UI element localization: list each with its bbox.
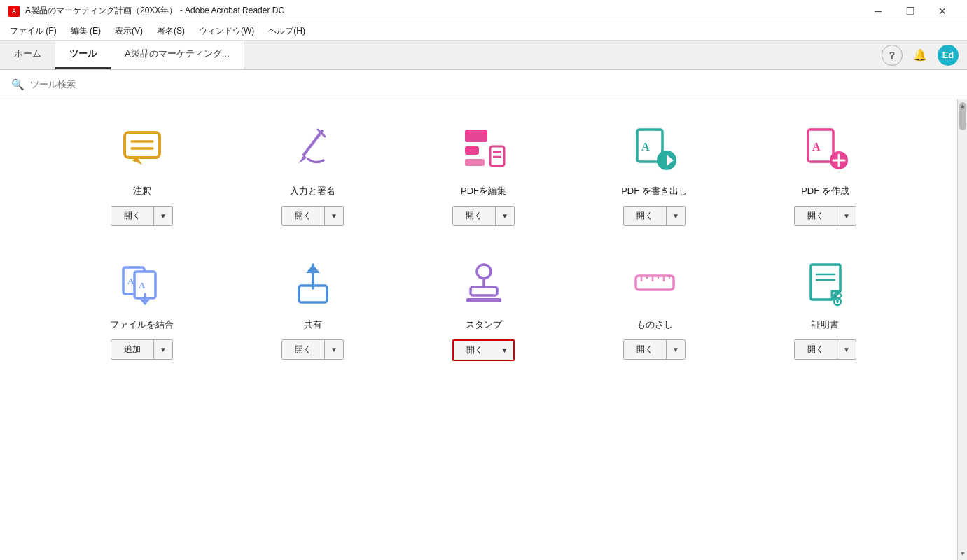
tool-button-row-edit-pdf: 開く ▼ — [452, 206, 515, 226]
tool-label-ruler: ものさし — [636, 318, 673, 331]
close-button[interactable]: ✕ — [926, 0, 959, 22]
tool-open-cert[interactable]: 開く — [795, 340, 837, 359]
tool-card-ruler: ものさし 開く ▼ — [576, 254, 733, 361]
tool-button-row-export-pdf: 開く ▼ — [623, 206, 686, 226]
tool-dropdown-edit-pdf[interactable]: ▼ — [496, 206, 514, 225]
tool-button-row-stamp: 開く ▼ — [452, 340, 515, 361]
tool-add-combine[interactable]: 追加 — [111, 340, 154, 359]
scroll-down-arrow[interactable]: ▼ — [959, 549, 967, 559]
title-bar: A A製品のマーケティング計画（20XX年） - Adobe Acrobat R… — [0, 0, 967, 22]
icon-sign — [285, 120, 341, 176]
tool-open-sign[interactable]: 開く — [282, 206, 325, 225]
tool-open-share[interactable]: 開く — [282, 340, 325, 359]
tool-dropdown-create-pdf[interactable]: ▼ — [837, 206, 856, 225]
search-icon: 🔍 — [11, 78, 25, 91]
svg-rect-8 — [465, 159, 485, 166]
tool-button-row-annotation: 開く ▼ — [111, 206, 173, 226]
svg-rect-32 — [471, 287, 497, 295]
tool-button-row-ruler: 開く ▼ — [623, 340, 686, 360]
tool-label-edit-pdf: PDFを編集 — [461, 185, 506, 197]
tool-label-annotation: 注釈 — [133, 185, 151, 197]
tool-card-cert: 証明書 開く ▼ — [747, 254, 904, 361]
icon-cert — [798, 254, 854, 310]
svg-marker-26 — [140, 300, 150, 305]
notification-button[interactable]: 🔔 — [910, 45, 931, 66]
tool-dropdown-sign[interactable]: ▼ — [325, 206, 343, 225]
menu-view[interactable]: 表示(V) — [108, 24, 150, 38]
scrollbar-track: ▲ ▼ — [957, 99, 967, 560]
icon-annotation — [114, 120, 170, 176]
tool-label-share: 共有 — [304, 318, 322, 331]
tool-card-annotation: 注釈 開く ▼ — [64, 120, 221, 226]
tool-open-ruler[interactable]: 開く — [624, 340, 667, 359]
icon-create-pdf: A — [798, 120, 854, 176]
tool-label-sign: 入力と署名 — [290, 185, 335, 197]
svg-rect-33 — [466, 298, 501, 302]
help-button[interactable]: ? — [882, 45, 903, 66]
svg-text:A: A — [139, 280, 146, 290]
icon-export-pdf: A — [627, 120, 683, 176]
tool-label-combine: ファイルを結合 — [110, 318, 174, 331]
tool-card-share: 共有 開く ▼ — [235, 254, 391, 361]
tab-document[interactable]: A製品のマーケティング... — [111, 41, 244, 69]
tab-bar: ホーム ツール A製品のマーケティング... ? 🔔 Ed — [0, 41, 967, 70]
tool-card-edit-pdf: PDFを編集 開く ▼ — [405, 120, 562, 226]
menu-help[interactable]: ヘルプ(H) — [261, 24, 312, 38]
content-area: 注釈 開く ▼ 入力と署名 開く ▼ — [0, 99, 967, 560]
tool-button-row-share: 開く ▼ — [281, 340, 344, 360]
tool-dropdown-combine[interactable]: ▼ — [154, 340, 172, 359]
title-bar-controls: ─ ❐ ✕ — [862, 0, 959, 22]
tab-right-actions: ? 🔔 Ed — [882, 41, 967, 69]
menu-sign[interactable]: 署名(S) — [150, 24, 192, 38]
tool-card-sign: 入力と署名 開く ▼ — [235, 120, 391, 226]
menu-file[interactable]: ファイル (F) — [3, 24, 64, 38]
scroll-up-arrow[interactable]: ▲ — [959, 101, 967, 111]
tool-label-export-pdf: PDF を書き出し — [621, 185, 688, 197]
tool-open-export-pdf[interactable]: 開く — [624, 206, 667, 225]
menu-edit[interactable]: 編集 (E) — [64, 24, 108, 38]
tool-dropdown-ruler[interactable]: ▼ — [667, 340, 685, 359]
tool-open-edit-pdf[interactable]: 開く — [453, 206, 496, 225]
tool-card-combine: A A ファイルを結合 追加 ▼ — [64, 254, 221, 361]
title-bar-text: A製品のマーケティング計画（20XX年） - Adobe Acrobat Rea… — [25, 5, 862, 17]
tab-home[interactable]: ホーム — [0, 41, 55, 69]
icon-stamp — [456, 254, 512, 310]
tool-label-create-pdf: PDF を作成 — [801, 185, 849, 197]
svg-marker-29 — [306, 265, 320, 273]
icon-ruler — [627, 254, 683, 310]
search-bar: 🔍 — [0, 70, 967, 99]
tool-label-stamp: スタンプ — [466, 318, 502, 331]
minimize-button[interactable]: ─ — [862, 0, 894, 22]
svg-rect-7 — [465, 146, 479, 155]
app-icon: A — [8, 6, 20, 17]
svg-text:A: A — [641, 141, 650, 153]
tool-button-row-combine: 追加 ▼ — [111, 340, 173, 360]
svg-point-30 — [477, 265, 491, 279]
tool-card-create-pdf: A PDF を作成 開く ▼ — [747, 120, 904, 226]
tab-tools[interactable]: ツール — [55, 41, 111, 69]
search-input[interactable] — [30, 79, 956, 90]
svg-rect-6 — [465, 130, 487, 142]
avatar-button[interactable]: Ed — [938, 45, 959, 66]
icon-edit-pdf — [456, 120, 512, 176]
tool-open-annotation[interactable]: 開く — [111, 206, 154, 225]
icon-combine: A A — [114, 254, 170, 310]
tool-dropdown-export-pdf[interactable]: ▼ — [667, 206, 685, 225]
tool-dropdown-cert[interactable]: ▼ — [837, 340, 856, 359]
svg-rect-0 — [125, 132, 160, 158]
tool-label-cert: 証明書 — [812, 318, 839, 331]
tool-dropdown-share[interactable]: ▼ — [325, 340, 343, 359]
tool-grid: 注釈 開く ▼ 入力と署名 開く ▼ — [64, 120, 904, 361]
menu-window[interactable]: ウィンドウ(W) — [192, 24, 261, 38]
tool-open-stamp[interactable]: 開く — [454, 341, 496, 360]
icon-share — [285, 254, 341, 310]
svg-text:A: A — [812, 141, 821, 153]
tool-button-row-cert: 開く ▼ — [794, 340, 856, 360]
tool-open-create-pdf[interactable]: 開く — [795, 206, 837, 225]
tool-dropdown-annotation[interactable]: ▼ — [154, 206, 172, 225]
tool-card-export-pdf: A PDF を書き出し 開く ▼ — [576, 120, 733, 226]
tool-dropdown-stamp[interactable]: ▼ — [496, 341, 514, 360]
tool-button-row-create-pdf: 開く ▼ — [794, 206, 856, 226]
tool-card-stamp: スタンプ 開く ▼ — [405, 254, 562, 361]
restore-button[interactable]: ❐ — [894, 0, 926, 22]
